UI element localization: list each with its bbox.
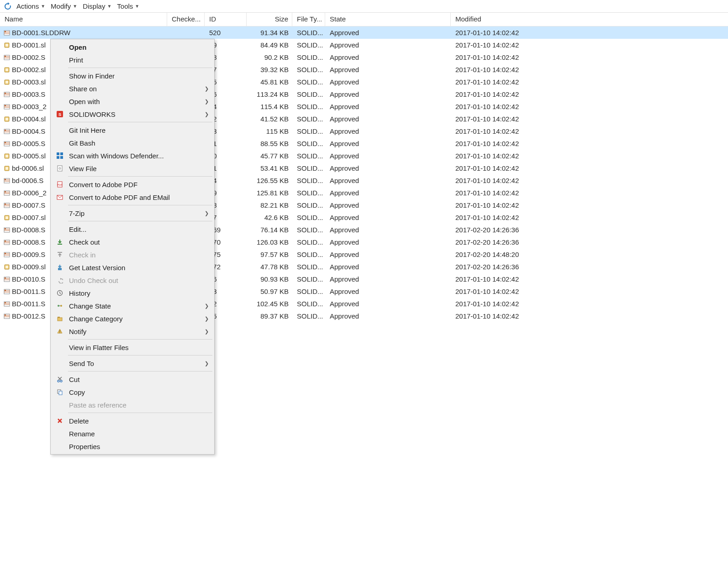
drawing-file-icon: [4, 301, 10, 307]
toolbar-menu-display[interactable]: Display▼: [80, 1, 114, 11]
submenu-arrow-icon: ❯: [205, 361, 209, 366]
file-name: BD-0003.S: [12, 90, 45, 98]
svg-rect-84: [57, 156, 59, 159]
submenu-arrow-icon: ❯: [205, 99, 209, 105]
change-state-icon: [56, 302, 63, 309]
menu-item-label: Check out: [69, 238, 100, 246]
cell-filetype: SOLID...: [292, 175, 325, 186]
cell-modified: 2017-01-10 14:02:42: [451, 64, 593, 75]
file-name: BD-0004.S: [12, 127, 45, 135]
table-row[interactable]: BD-0001.SLDDRW52091.34 KBSOLID...Approve…: [0, 26, 728, 39]
cell-state: Approved: [325, 237, 451, 247]
menu-item-7-zip[interactable]: 7-Zip❯: [52, 207, 213, 220]
menu-item-history[interactable]: History: [52, 287, 213, 299]
cell-state: Approved: [325, 225, 451, 235]
menu-item-convert-to-adobe-pdf-and-email[interactable]: Convert to Adobe PDF and EMail: [52, 191, 213, 204]
menu-item-view-in-flatter-files[interactable]: View in Flatter Files: [52, 341, 213, 354]
header-id[interactable]: ID: [205, 13, 247, 26]
menu-item-convert-to-adobe-pdf[interactable]: PDFConvert to Adobe PDF: [52, 178, 213, 191]
menu-item-share-on[interactable]: Share on❯: [52, 82, 213, 95]
svg-rect-101: [59, 332, 60, 333]
svg-rect-92: [58, 252, 62, 253]
toolbar-menu-tools[interactable]: Tools▼: [114, 1, 142, 11]
header-state[interactable]: State: [325, 13, 451, 26]
menu-item-properties[interactable]: Properties: [52, 440, 213, 453]
menu-item-label: Convert to Adobe PDF and EMail: [69, 194, 170, 201]
menu-item-git-init-here[interactable]: Git Init Here: [52, 124, 213, 136]
cell-size: 76.14 KB: [247, 225, 292, 235]
menu-item-cut[interactable]: Cut: [52, 373, 213, 386]
part-file-icon: [4, 215, 10, 221]
cell-size: 113.24 KB: [247, 89, 292, 99]
menu-item-check-out[interactable]: Check out: [52, 235, 213, 248]
cell-state: Approved: [325, 200, 451, 210]
cell-filetype: SOLID...: [292, 151, 325, 161]
toolbar-menu-label: Actions: [16, 2, 39, 10]
dropdown-caret-icon: ▼: [41, 4, 45, 9]
svg-point-103: [60, 380, 62, 382]
svg-line-105: [58, 377, 61, 380]
cell-state: Approved: [325, 286, 451, 297]
menu-item-view-file[interactable]: View File: [52, 162, 213, 175]
menu-item-change-state[interactable]: Change State❯: [52, 299, 213, 312]
menu-item-print[interactable]: Print: [52, 53, 213, 66]
cell-state: Approved: [325, 114, 451, 124]
menu-item-edit[interactable]: Edit...: [52, 223, 213, 235]
svg-rect-57: [5, 241, 6, 242]
file-name: BD-0008.S: [12, 238, 45, 246]
cell-state: Approved: [325, 77, 451, 87]
menu-item-change-category[interactable]: Change Category❯: [52, 312, 213, 325]
menu-item-send-to[interactable]: Send To❯: [52, 357, 213, 370]
cell-modified: 2017-01-10 14:02:42: [451, 138, 593, 149]
svg-rect-53: [5, 228, 6, 230]
file-name: BD-0006_2: [12, 189, 47, 197]
drawing-file-icon: [4, 178, 10, 184]
menu-item-rename[interactable]: Rename: [52, 427, 213, 440]
menu-item-delete[interactable]: Delete: [52, 414, 213, 427]
submenu-arrow-icon: ❯: [205, 303, 209, 309]
menu-item-label: Git Bash: [69, 139, 95, 147]
menu-item-open[interactable]: Open: [52, 41, 213, 53]
cell-size: 115 KB: [247, 126, 292, 136]
svg-rect-71: [5, 290, 6, 291]
refresh-icon[interactable]: [3, 1, 13, 11]
cell-filetype: SOLID...: [292, 237, 325, 247]
svg-rect-23: [5, 118, 8, 120]
header-checked[interactable]: Checke...: [167, 13, 205, 26]
cell-state: Approved: [325, 40, 451, 50]
cell-modified: 2017-01-10 14:02:42: [451, 298, 593, 309]
header-modified[interactable]: Modified: [451, 13, 593, 26]
toolbar-menu-modify[interactable]: Modify▼: [48, 1, 80, 11]
header-filetype[interactable]: File Ty...: [292, 13, 325, 26]
menu-item-open-with[interactable]: Open with❯: [52, 95, 213, 108]
cell-modified: 2017-01-10 14:02:42: [451, 151, 593, 161]
file-name: BD-0011.S: [12, 288, 45, 295]
drawing-file-icon: [4, 190, 10, 196]
cell-filetype: SOLID...: [292, 27, 325, 38]
cell-size: 90.2 KB: [247, 52, 292, 63]
cell-filetype: SOLID...: [292, 274, 325, 284]
menu-item-get-latest-version[interactable]: Get Latest Version: [52, 261, 213, 274]
header-name[interactable]: Name: [0, 13, 167, 26]
menu-item-copy[interactable]: Copy: [52, 386, 213, 398]
file-name: BD-0003_2: [12, 103, 47, 110]
drawing-file-icon: [4, 276, 10, 283]
menu-item-solidworks[interactable]: SSOLIDWORKS❯: [52, 108, 213, 120]
header-size[interactable]: Size: [247, 13, 292, 26]
menu-item-label: Show in Finder: [69, 72, 115, 80]
menu-item-label: View in Flatter Files: [69, 344, 129, 351]
menu-item-scan-with-windows-defender[interactable]: Scan with Windows Defender...: [52, 149, 213, 162]
file-name: BD-0007.S: [12, 201, 45, 209]
get-latest-icon: [56, 264, 63, 271]
column-headers: Name Checke... ID Size File Ty... State …: [0, 13, 728, 26]
cell-filetype: SOLID...: [292, 138, 325, 149]
menu-item-notify[interactable]: Notify❯: [52, 325, 213, 338]
cell-size: 84.49 KB: [247, 40, 292, 50]
svg-point-96: [60, 305, 62, 307]
menu-item-git-bash[interactable]: Git Bash: [52, 136, 213, 149]
svg-line-104: [58, 377, 62, 380]
drawing-file-icon: [4, 141, 10, 147]
toolbar-menu-actions[interactable]: Actions▼: [14, 1, 48, 11]
history-icon: [56, 289, 63, 297]
menu-item-show-in-finder[interactable]: Show in Finder: [52, 69, 213, 82]
